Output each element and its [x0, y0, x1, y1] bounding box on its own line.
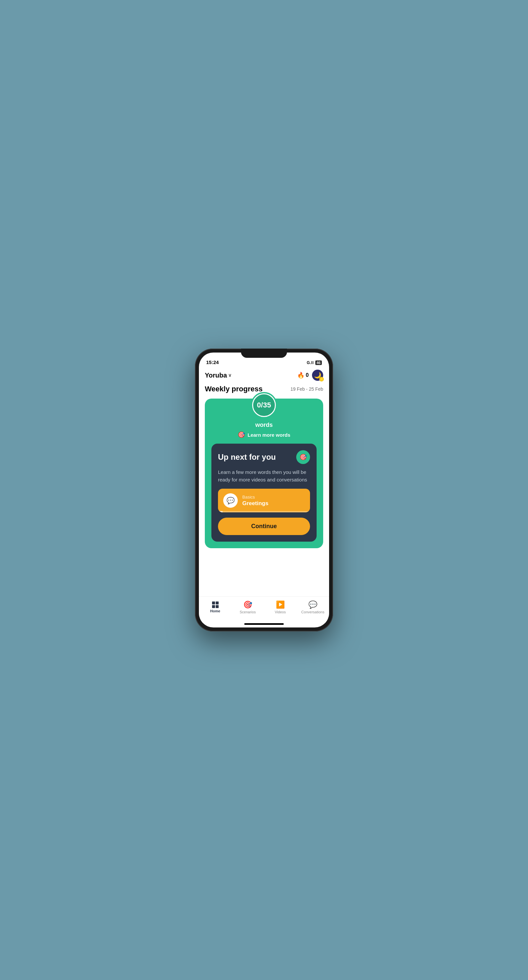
- progress-card: 0/35 words 🎯 Learn more words Up next fo…: [205, 399, 323, 548]
- progress-current: 0: [257, 401, 261, 409]
- scenarios-icon: 🎯: [243, 600, 252, 609]
- bottom-nav: Home 🎯 Scenarios ▶️ Videos 💬 Conversatio…: [199, 596, 329, 623]
- header-right: 🔥 0 🌙 ⭐: [297, 370, 323, 381]
- videos-icon: ▶️: [276, 600, 285, 609]
- screen-content: Yoruba ∨ 🔥 0 🌙 ⭐ Weekly progress: [199, 367, 329, 596]
- lesson-category: Basics: [242, 495, 305, 500]
- nav-item-home[interactable]: Home: [199, 601, 231, 613]
- up-next-header: Up next for you 🎯: [218, 450, 310, 464]
- home-icon: [212, 601, 219, 608]
- weekly-progress-title: Weekly progress: [205, 385, 263, 393]
- lesson-progress-bar: [218, 511, 310, 512]
- flame-icon: 🔥: [297, 372, 304, 379]
- avatar[interactable]: 🌙 ⭐: [312, 370, 323, 381]
- date-range: 19 Feb - 25 Feb: [290, 387, 323, 392]
- up-next-icon-button[interactable]: 🎯: [296, 450, 310, 464]
- conversations-icon: 💬: [309, 600, 317, 609]
- battery-icon: 46: [315, 360, 322, 365]
- streak-container: 🔥 0: [297, 372, 309, 379]
- notch: [241, 348, 287, 358]
- streak-count: 0: [306, 372, 309, 378]
- phone-frame: 15:24 G.⁞⁞ 46 Yoruba ∨ 🔥 0: [195, 348, 333, 632]
- lesson-progress-fill: [218, 511, 223, 512]
- words-label: words: [212, 422, 316, 428]
- phone-screen: 15:24 G.⁞⁞ 46 Yoruba ∨ 🔥 0: [199, 353, 329, 627]
- progress-circle-inner: 0/35: [252, 393, 276, 417]
- nav-item-videos[interactable]: ▶️ Videos: [264, 600, 297, 614]
- chevron-down-icon: ∨: [228, 372, 231, 378]
- nav-label-conversations: Conversations: [301, 610, 324, 614]
- avatar-star-icon: ⭐: [319, 377, 324, 382]
- nav-item-scenarios[interactable]: 🎯 Scenarios: [231, 600, 264, 614]
- nav-label-scenarios: Scenarios: [240, 610, 256, 614]
- up-next-title: Up next for you: [218, 452, 276, 462]
- up-next-arrow-icon: 🎯: [299, 453, 307, 461]
- nav-item-conversations[interactable]: 💬 Conversations: [297, 600, 329, 614]
- lesson-icon-circle: 💬: [223, 493, 238, 508]
- language-name: Yoruba: [205, 372, 227, 379]
- continue-button[interactable]: Continue: [218, 518, 310, 535]
- lesson-name: Greetings: [242, 500, 305, 507]
- status-time: 15:24: [206, 360, 219, 365]
- up-next-card: Up next for you 🎯 Learn a few more words…: [212, 444, 316, 542]
- nav-label-home: Home: [210, 609, 220, 613]
- signal-icon: G.⁞⁞: [307, 360, 314, 365]
- home-indicator: [244, 623, 284, 625]
- up-next-description: Learn a few more words then you will be …: [218, 469, 310, 484]
- lesson-item[interactable]: 💬 Basics Greetings: [218, 489, 310, 512]
- status-right: G.⁞⁞ 46: [307, 360, 322, 365]
- nav-label-videos: Videos: [275, 610, 286, 614]
- progress-circle: 0/35: [251, 392, 277, 418]
- lesson-chat-icon: 💬: [226, 496, 235, 504]
- language-selector[interactable]: Yoruba ∨: [205, 372, 231, 379]
- learn-more-button[interactable]: 🎯 Learn more words: [212, 431, 316, 438]
- progress-total: 35: [263, 401, 271, 409]
- lesson-info: Basics Greetings: [242, 495, 305, 507]
- app-header: Yoruba ∨ 🔥 0 🌙 ⭐: [205, 367, 323, 385]
- learn-icon: 🎯: [238, 431, 245, 438]
- learn-more-label: Learn more words: [248, 432, 290, 438]
